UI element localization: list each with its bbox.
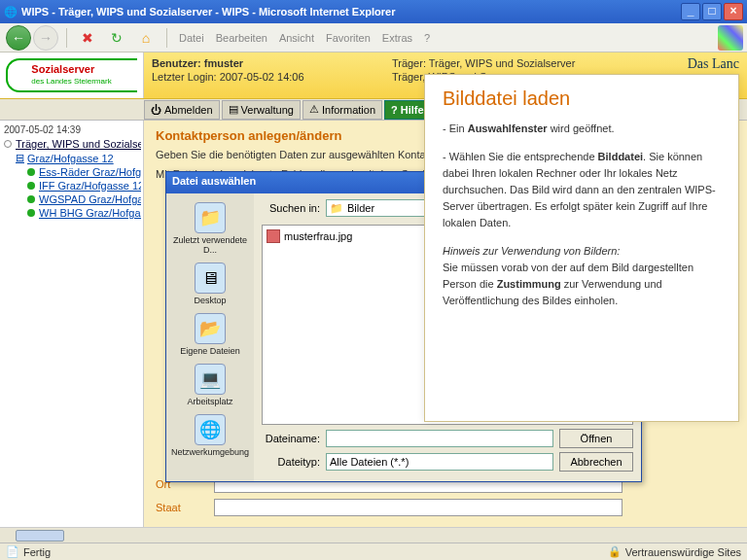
place-documents[interactable]: 📂Eigene Dateien [171, 310, 249, 359]
folder-icon: 📂 [195, 313, 226, 344]
browser-toolbar: ← → ✖ ↻ ⌂ Datei Bearbeiten Ansicht Favor… [0, 23, 747, 52]
home-button[interactable]: ⌂ [135, 27, 157, 49]
tab-verwaltung[interactable]: ▤Verwaltung [222, 100, 301, 120]
app-icon: 🌐 [4, 6, 18, 18]
tab-information[interactable]: ⚠Information [302, 100, 382, 120]
node-icon [4, 140, 12, 148]
tree-item[interactable]: WH BHG Graz/Hofgasse 12 - W [2, 206, 141, 220]
menu-extras[interactable]: Extras [382, 32, 412, 44]
stop-button[interactable]: ✖ [77, 27, 98, 49]
status-text: Fertig [23, 546, 51, 558]
field-staat: Staat [156, 499, 735, 516]
help-p3: Hinweis zur Verwendung von Bildern:Sie m… [443, 243, 721, 309]
forward-button: → [33, 25, 58, 51]
sidebar: 2007-05-02 14:39 Träger, WIPS und Sozial… [0, 121, 144, 542]
menu-bearbeiten[interactable]: Bearbeiten [216, 32, 267, 44]
help-title: Bilddatei laden [443, 90, 721, 107]
power-icon: ⏻ [151, 104, 161, 116]
filetype-combo[interactable]: Alle Dateien (*.*) [326, 453, 553, 471]
filename-label: Dateiname: [262, 433, 320, 444]
maximize-button[interactable]: □ [702, 3, 722, 20]
menu-help[interactable]: ? [424, 32, 430, 44]
menu-datei[interactable]: Datei [179, 32, 204, 44]
open-button[interactable]: Öffnen [559, 429, 633, 448]
network-icon: 🌐 [195, 414, 226, 445]
staat-input[interactable] [214, 499, 622, 516]
tree-item[interactable]: WGSPAD Graz/Hofgasse 12 - W [2, 192, 141, 206]
menu-favoriten[interactable]: Favoriten [326, 32, 371, 44]
last-login: Letzter Login: 2007-05-02 14:06 [152, 70, 376, 84]
dot-icon [27, 168, 35, 176]
sidebar-timestamp: 2007-05-02 14:39 [2, 122, 141, 137]
lock-icon: 🔒 [608, 545, 622, 558]
logo: Sozialserver des Landes Steiermark [0, 52, 144, 98]
window-title: WIPS - Träger, WIPS und Sozialserver - W… [18, 6, 679, 18]
staat-label: Staat [156, 502, 214, 513]
separator [166, 28, 167, 48]
header-user-info: Benutzer: fmuster Letzter Login: 2007-05… [144, 52, 384, 98]
status-icon: 📄 [6, 545, 19, 558]
user-label: Benutzer: fmuster [152, 56, 376, 70]
lookin-label: Suchen in: [262, 202, 320, 214]
help-panel: Bilddatei laden - Ein Auswahlfenster wir… [424, 74, 739, 422]
minimize-button[interactable]: _ [681, 3, 700, 20]
scroll-thumb[interactable] [16, 530, 64, 542]
info-icon: ⚠ [309, 103, 319, 116]
cancel-button[interactable]: Abbrechen [559, 452, 633, 472]
filetype-label: Dateityp: [262, 456, 320, 468]
place-network[interactable]: 🌐Netzwerkumgebung [171, 411, 249, 460]
tree-root[interactable]: Träger, WIPS und Sozialserver [2, 137, 141, 151]
place-computer[interactable]: 💻Arbeitsplatz [171, 361, 249, 409]
zone-text: Vertrauenswürdige Sites [625, 546, 741, 558]
computer-icon: 💻 [195, 364, 226, 395]
minus-icon: ⊟ [16, 152, 24, 164]
tree-item[interactable]: Ess-Räder Graz/Hofgasse 12 - [2, 165, 141, 179]
places-bar: 📁Zuletzt verwendete D... 🖥Desktop 📂Eigen… [166, 193, 254, 481]
help-p2: - Wählen Sie die entsprechende Bilddatei… [443, 149, 721, 231]
close-button[interactable]: × [724, 3, 743, 20]
doc-icon: ▤ [229, 103, 238, 116]
image-file-icon [267, 229, 280, 243]
horizontal-scrollbar[interactable] [0, 527, 747, 542]
tree-item[interactable]: ⊟Graz/Hofgasse 12 [2, 151, 141, 165]
recent-icon: 📁 [195, 202, 226, 233]
help-icon: ? [391, 104, 398, 116]
desktop-icon: 🖥 [195, 262, 226, 294]
place-desktop[interactable]: 🖥Desktop [171, 260, 249, 308]
dot-icon [27, 195, 35, 203]
tree-item[interactable]: IFF Graz/Hofgasse 12 - [2, 179, 141, 192]
separator [66, 28, 67, 48]
logo-subtitle: des Landes Steiermark [31, 77, 111, 86]
windows-flag-icon [718, 25, 743, 51]
filename-input[interactable] [326, 430, 553, 447]
traeger-line1: Träger: Träger, WIPS und Sozialserver [392, 56, 661, 70]
dot-icon [27, 209, 35, 217]
tab-abmelden[interactable]: ⏻Abmelden [144, 100, 220, 120]
dot-icon [27, 182, 35, 190]
place-recent[interactable]: 📁Zuletzt verwendete D... [171, 199, 249, 258]
menu-ansicht[interactable]: Ansicht [279, 32, 314, 44]
back-button[interactable]: ← [6, 25, 31, 51]
help-p1: - Ein Auswahlfenster wird geöffnet. [443, 121, 721, 137]
window-titlebar: 🌐 WIPS - Träger, WIPS und Sozialserver -… [0, 0, 747, 23]
statusbar: 📄 Fertig 🔒 Vertrauenswürdige Sites [0, 542, 747, 560]
folder-icon: 📁 [330, 202, 343, 215]
logo-text: Sozialserver [31, 63, 94, 75]
refresh-button[interactable]: ↻ [106, 27, 127, 49]
